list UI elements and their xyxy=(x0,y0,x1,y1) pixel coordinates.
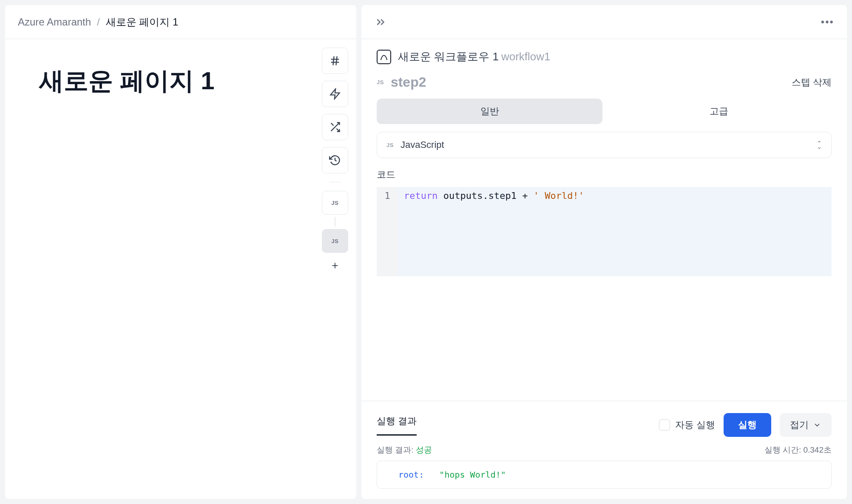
chevrons-right-icon xyxy=(374,16,387,28)
output-key: root: xyxy=(398,470,424,480)
svg-line-3 xyxy=(336,57,337,65)
svg-marker-4 xyxy=(331,89,340,99)
workflow-icon xyxy=(377,50,391,64)
code-gutter: 1 xyxy=(377,187,398,276)
rail-separator xyxy=(329,182,341,182)
fold-button[interactable]: 접기 xyxy=(780,413,832,437)
run-button[interactable]: 실행 xyxy=(724,413,771,437)
code-label: 코드 xyxy=(361,168,847,187)
lightning-icon xyxy=(329,88,341,100)
workflow-id: workflow1 xyxy=(501,50,551,63)
code-line: return outputs.step1 + ' World!' xyxy=(404,190,826,201)
results-tab[interactable]: 실행 결과 xyxy=(377,415,417,436)
language-label: JavaScript xyxy=(400,139,444,150)
workflow-node-step1[interactable]: JS xyxy=(322,191,348,215)
fold-label: 접기 xyxy=(790,419,809,431)
breadcrumb: Azure Amaranth / 새로운 페이지 1 xyxy=(18,15,178,29)
history-icon xyxy=(329,154,341,166)
history-button[interactable] xyxy=(322,147,348,173)
breadcrumb-separator: / xyxy=(97,16,100,28)
plus-icon xyxy=(330,261,340,270)
svg-line-2 xyxy=(333,57,334,65)
result-time: 실행 시간: 0.342초 xyxy=(764,445,832,456)
breadcrumb-root[interactable]: Azure Amaranth xyxy=(18,16,91,28)
svg-line-7 xyxy=(331,123,334,126)
auto-run-checkbox[interactable] xyxy=(659,419,670,430)
add-node-button[interactable] xyxy=(327,257,344,274)
page-title[interactable]: 새로운 페이지 1 xyxy=(39,65,280,98)
language-select[interactable]: JS JavaScript ⌃⌃ xyxy=(377,132,832,158)
hash-button[interactable] xyxy=(322,48,348,74)
output-value: "hops World!" xyxy=(439,470,506,480)
node-connector xyxy=(335,217,335,227)
language-badge: JS xyxy=(386,142,394,148)
chevron-down-icon xyxy=(813,421,821,429)
auto-run-label: 자동 실행 xyxy=(675,419,715,431)
lightning-button[interactable] xyxy=(322,81,348,107)
results-output: root: "hops World!" xyxy=(377,461,832,489)
collapse-panel-button[interactable] xyxy=(374,16,387,28)
breadcrumb-current[interactable]: 새로운 페이지 1 xyxy=(106,15,179,29)
more-menu-button[interactable]: ••• xyxy=(821,16,834,28)
step-name[interactable]: step2 xyxy=(391,74,426,90)
more-icon: ••• xyxy=(821,16,834,28)
workflow-title[interactable]: 새로운 워크플로우 1 xyxy=(398,49,499,64)
hash-icon xyxy=(329,55,341,67)
code-area[interactable]: return outputs.step1 + ' World!' xyxy=(398,187,832,276)
result-status: 실행 결과: 성공 xyxy=(377,445,432,456)
code-editor[interactable]: 1 return outputs.step1 + ' World!' xyxy=(377,187,832,276)
shuffle-icon xyxy=(329,121,341,133)
workflow-node-step2[interactable]: JS xyxy=(322,229,348,253)
delete-step-button[interactable]: 스텝 삭제 xyxy=(792,76,832,89)
step-type-badge: JS xyxy=(377,79,384,85)
line-number: 1 xyxy=(377,190,398,201)
chevron-up-down-icon: ⌃⌃ xyxy=(817,142,822,148)
tab-general[interactable]: 일반 xyxy=(377,99,602,124)
shuffle-button[interactable] xyxy=(322,114,348,140)
tab-advanced[interactable]: 고급 xyxy=(606,99,832,124)
